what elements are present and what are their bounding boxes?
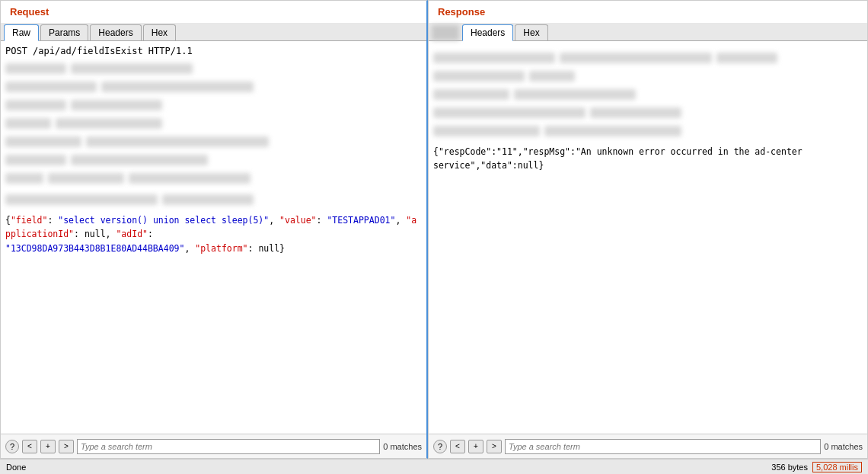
redacted-block xyxy=(101,82,254,92)
request-content: POST /api/ad/fieldIsExist HTTP/1.1 xyxy=(1,41,426,434)
redacted-block xyxy=(433,71,525,82)
request-tabs: Raw Params Headers Hex xyxy=(1,23,426,41)
request-search-bar: ? < + > 0 matches xyxy=(1,434,426,458)
redacted-block xyxy=(5,194,158,205)
request-help-button[interactable]: ? xyxy=(5,440,19,453)
request-match-count: 0 matches xyxy=(383,442,422,451)
redacted-block xyxy=(433,53,555,63)
tab-headers[interactable]: Headers xyxy=(90,24,141,40)
bytes-label: 356 bytes xyxy=(771,463,808,472)
redacted-block xyxy=(433,107,586,118)
response-json-body: {"respCode":"11","respMsg":"An unknown e… xyxy=(433,145,863,173)
redacted-block xyxy=(5,155,66,165)
request-json-body: {"field": "select version() union select… xyxy=(5,213,422,255)
response-search-input[interactable] xyxy=(505,439,821,454)
redacted-block xyxy=(56,118,162,129)
response-header: Response xyxy=(433,3,490,21)
redacted-block xyxy=(590,107,681,118)
response-add-button[interactable]: + xyxy=(468,440,483,453)
tab-params[interactable]: Params xyxy=(40,24,88,40)
response-prev-button[interactable]: < xyxy=(450,440,465,453)
tab-response-hex[interactable]: Hex xyxy=(515,24,547,40)
request-panel: Request Raw Params Headers Hex POST /api… xyxy=(0,0,428,459)
redacted-block xyxy=(529,71,575,82)
status-bar: Done 356 bytes 5,028 millis xyxy=(0,459,868,474)
redacted-block xyxy=(514,89,636,100)
request-add-button[interactable]: + xyxy=(40,440,56,453)
redacted-block xyxy=(5,82,97,92)
response-help-button[interactable]: ? xyxy=(433,440,447,453)
redacted-block xyxy=(86,136,269,147)
response-panel: Response Headers Hex xyxy=(428,0,868,459)
redacted-block xyxy=(5,100,66,110)
redacted-block xyxy=(71,63,193,74)
redacted-block xyxy=(129,173,251,184)
redacted-tab xyxy=(432,25,459,40)
redacted-block xyxy=(716,53,777,63)
redacted-block xyxy=(162,194,254,205)
redacted-block xyxy=(544,126,681,136)
request-line: POST /api/ad/fieldIsExist HTTP/1.1 xyxy=(5,46,422,56)
request-header: Request xyxy=(5,3,53,21)
response-search-bar: ? < + > 0 matches xyxy=(429,434,867,458)
response-next-button[interactable]: > xyxy=(487,440,502,453)
redacted-block xyxy=(560,53,712,63)
redacted-block xyxy=(433,126,540,136)
millis-badge: 5,028 millis xyxy=(812,462,862,472)
tab-raw[interactable]: Raw xyxy=(4,24,39,41)
response-tabs: Headers Hex xyxy=(429,23,867,41)
redacted-block xyxy=(5,118,51,129)
response-match-count: 0 matches xyxy=(824,442,863,451)
response-content: {"respCode":"11","respMsg":"An unknown e… xyxy=(429,41,867,434)
redacted-block xyxy=(5,173,43,184)
redacted-block xyxy=(5,136,81,147)
redacted-block xyxy=(5,63,66,74)
request-next-button[interactable]: > xyxy=(59,440,74,453)
tab-response-headers[interactable]: Headers xyxy=(462,24,513,41)
request-search-input[interactable] xyxy=(77,439,380,454)
redacted-block xyxy=(71,100,162,110)
redacted-block xyxy=(48,173,124,184)
redacted-block xyxy=(71,155,208,165)
redacted-block xyxy=(433,89,509,100)
status-text: Done xyxy=(6,463,26,472)
request-prev-button[interactable]: < xyxy=(22,440,37,453)
tab-hex[interactable]: Hex xyxy=(143,24,176,40)
